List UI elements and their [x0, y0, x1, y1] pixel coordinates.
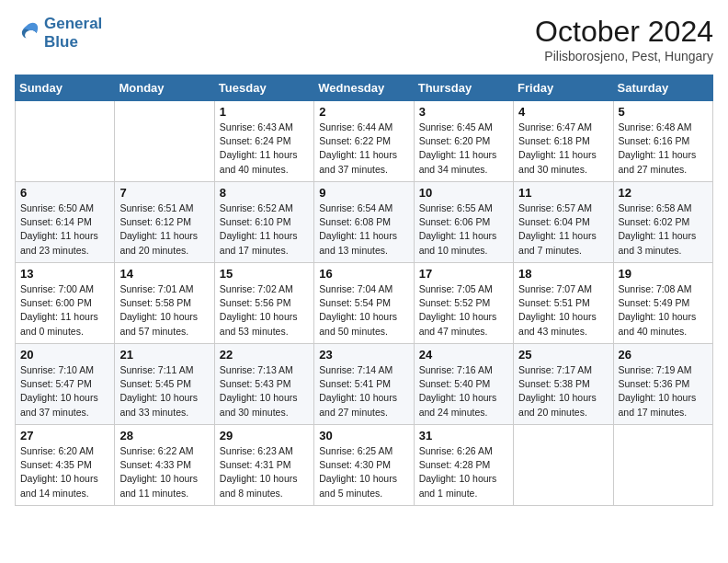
- calendar-cell: 23Sunrise: 7:14 AM Sunset: 5:41 PM Dayli…: [314, 344, 414, 425]
- day-info: Sunrise: 6:22 AM Sunset: 4:33 PM Dayligh…: [119, 444, 209, 500]
- calendar-cell: 18Sunrise: 7:07 AM Sunset: 5:51 PM Dayli…: [514, 263, 613, 344]
- calendar-cell: 14Sunrise: 7:01 AM Sunset: 5:58 PM Dayli…: [115, 263, 214, 344]
- logo-text: General Blue: [44, 15, 102, 52]
- calendar-cell: 4Sunrise: 6:47 AM Sunset: 6:18 PM Daylig…: [514, 101, 613, 182]
- day-number: 28: [119, 429, 209, 442]
- day-number: 8: [220, 186, 309, 200]
- day-number: 27: [20, 429, 109, 442]
- day-number: 14: [119, 267, 209, 281]
- month-title: October 2024: [535, 15, 713, 49]
- day-number: 4: [518, 105, 608, 119]
- day-info: Sunrise: 6:26 AM Sunset: 4:28 PM Dayligh…: [419, 444, 508, 500]
- weekday-header: Tuesday: [214, 75, 313, 101]
- calendar-cell: 16Sunrise: 7:04 AM Sunset: 5:54 PM Dayli…: [314, 263, 414, 344]
- location: Pilisborosjeno, Pest, Hungary: [535, 49, 713, 63]
- day-number: 11: [518, 186, 608, 200]
- day-info: Sunrise: 6:45 AM Sunset: 6:20 PM Dayligh…: [419, 121, 508, 177]
- day-number: 1: [220, 105, 309, 119]
- calendar-cell: 10Sunrise: 6:55 AM Sunset: 6:06 PM Dayli…: [414, 182, 513, 263]
- logo-bird-icon: [15, 20, 40, 46]
- day-info: Sunrise: 7:07 AM Sunset: 5:51 PM Dayligh…: [518, 282, 608, 339]
- day-number: 3: [419, 105, 508, 119]
- day-number: 24: [419, 348, 508, 362]
- calendar-cell: 12Sunrise: 6:58 AM Sunset: 6:02 PM Dayli…: [613, 182, 712, 263]
- calendar-cell: 6Sunrise: 6:50 AM Sunset: 6:14 PM Daylig…: [16, 182, 115, 263]
- calendar-cell: 20Sunrise: 7:10 AM Sunset: 5:47 PM Dayli…: [16, 344, 115, 425]
- day-info: Sunrise: 7:10 AM Sunset: 5:47 PM Dayligh…: [20, 363, 109, 419]
- day-info: Sunrise: 7:04 AM Sunset: 5:54 PM Dayligh…: [319, 282, 408, 339]
- day-info: Sunrise: 7:13 AM Sunset: 5:43 PM Dayligh…: [220, 363, 309, 419]
- calendar-cell: 5Sunrise: 6:48 AM Sunset: 6:16 PM Daylig…: [613, 101, 712, 182]
- day-info: Sunrise: 6:55 AM Sunset: 6:06 PM Dayligh…: [419, 201, 508, 258]
- day-info: Sunrise: 7:08 AM Sunset: 5:49 PM Dayligh…: [619, 282, 708, 339]
- calendar-cell: 11Sunrise: 6:57 AM Sunset: 6:04 PM Dayli…: [514, 182, 613, 263]
- calendar-cell: 17Sunrise: 7:05 AM Sunset: 5:52 PM Dayli…: [414, 263, 513, 344]
- logo: General Blue: [15, 15, 102, 52]
- day-info: Sunrise: 6:48 AM Sunset: 6:16 PM Dayligh…: [619, 121, 708, 177]
- calendar-cell: 15Sunrise: 7:02 AM Sunset: 5:56 PM Dayli…: [214, 263, 313, 344]
- calendar-cell: 13Sunrise: 7:00 AM Sunset: 6:00 PM Dayli…: [16, 263, 115, 344]
- day-number: 16: [319, 267, 408, 281]
- calendar-cell: [16, 101, 115, 182]
- day-info: Sunrise: 6:54 AM Sunset: 6:08 PM Dayligh…: [319, 201, 408, 258]
- day-info: Sunrise: 6:43 AM Sunset: 6:24 PM Dayligh…: [220, 121, 309, 177]
- calendar-cell: 7Sunrise: 6:51 AM Sunset: 6:12 PM Daylig…: [115, 182, 214, 263]
- day-info: Sunrise: 7:02 AM Sunset: 5:56 PM Dayligh…: [220, 282, 309, 339]
- day-info: Sunrise: 6:47 AM Sunset: 6:18 PM Dayligh…: [518, 121, 608, 177]
- calendar-cell: 1Sunrise: 6:43 AM Sunset: 6:24 PM Daylig…: [214, 101, 313, 182]
- day-number: 20: [20, 348, 109, 362]
- day-info: Sunrise: 7:17 AM Sunset: 5:38 PM Dayligh…: [518, 363, 608, 419]
- day-number: 29: [220, 429, 309, 442]
- day-number: 9: [319, 186, 408, 200]
- day-number: 5: [619, 105, 708, 119]
- day-info: Sunrise: 7:14 AM Sunset: 5:41 PM Dayligh…: [319, 363, 408, 419]
- day-number: 22: [220, 348, 309, 362]
- day-info: Sunrise: 7:16 AM Sunset: 5:40 PM Dayligh…: [419, 363, 508, 419]
- calendar-cell: 28Sunrise: 6:22 AM Sunset: 4:33 PM Dayli…: [115, 425, 214, 506]
- title-block: October 2024 Pilisborosjeno, Pest, Hunga…: [535, 15, 713, 63]
- day-info: Sunrise: 6:23 AM Sunset: 4:31 PM Dayligh…: [220, 444, 309, 500]
- calendar-cell: 8Sunrise: 6:52 AM Sunset: 6:10 PM Daylig…: [214, 182, 313, 263]
- day-number: 17: [419, 267, 508, 281]
- calendar-cell: 31Sunrise: 6:26 AM Sunset: 4:28 PM Dayli…: [414, 425, 513, 506]
- day-number: 26: [619, 348, 708, 362]
- calendar-cell: 29Sunrise: 6:23 AM Sunset: 4:31 PM Dayli…: [214, 425, 313, 506]
- day-number: 13: [20, 267, 109, 281]
- calendar-cell: 25Sunrise: 7:17 AM Sunset: 5:38 PM Dayli…: [514, 344, 613, 425]
- day-number: 15: [220, 267, 309, 281]
- weekday-header: Thursday: [414, 75, 513, 101]
- day-number: 21: [119, 348, 209, 362]
- day-info: Sunrise: 7:11 AM Sunset: 5:45 PM Dayligh…: [119, 363, 209, 419]
- day-info: Sunrise: 6:57 AM Sunset: 6:04 PM Dayligh…: [518, 201, 608, 258]
- calendar-cell: 3Sunrise: 6:45 AM Sunset: 6:20 PM Daylig…: [414, 101, 513, 182]
- day-number: 6: [20, 186, 109, 200]
- page-header: General Blue October 2024 Pilisborosjeno…: [15, 15, 713, 63]
- weekday-header: Sunday: [16, 75, 115, 101]
- day-number: 31: [419, 429, 508, 442]
- day-number: 25: [518, 348, 608, 362]
- day-number: 30: [319, 429, 408, 442]
- day-number: 2: [319, 105, 408, 119]
- day-info: Sunrise: 6:52 AM Sunset: 6:10 PM Dayligh…: [220, 201, 309, 258]
- weekday-header: Wednesday: [314, 75, 414, 101]
- weekday-header: Saturday: [613, 75, 712, 101]
- day-info: Sunrise: 6:44 AM Sunset: 6:22 PM Dayligh…: [319, 121, 408, 177]
- calendar-table: SundayMondayTuesdayWednesdayThursdayFrid…: [15, 75, 713, 506]
- day-number: 23: [319, 348, 408, 362]
- calendar-cell: 2Sunrise: 6:44 AM Sunset: 6:22 PM Daylig…: [314, 101, 414, 182]
- day-number: 10: [419, 186, 508, 200]
- calendar-cell: 19Sunrise: 7:08 AM Sunset: 5:49 PM Dayli…: [613, 263, 712, 344]
- day-info: Sunrise: 7:01 AM Sunset: 5:58 PM Dayligh…: [119, 282, 209, 339]
- calendar-cell: [613, 425, 712, 506]
- calendar-cell: 9Sunrise: 6:54 AM Sunset: 6:08 PM Daylig…: [314, 182, 414, 263]
- day-info: Sunrise: 7:19 AM Sunset: 5:36 PM Dayligh…: [619, 363, 708, 419]
- calendar-cell: [115, 101, 214, 182]
- day-number: 19: [619, 267, 708, 281]
- calendar-cell: 30Sunrise: 6:25 AM Sunset: 4:30 PM Dayli…: [314, 425, 414, 506]
- calendar-cell: 24Sunrise: 7:16 AM Sunset: 5:40 PM Dayli…: [414, 344, 513, 425]
- calendar-cell: [514, 425, 613, 506]
- day-info: Sunrise: 6:20 AM Sunset: 4:35 PM Dayligh…: [20, 444, 109, 500]
- calendar-cell: 21Sunrise: 7:11 AM Sunset: 5:45 PM Dayli…: [115, 344, 214, 425]
- day-info: Sunrise: 7:05 AM Sunset: 5:52 PM Dayligh…: [419, 282, 508, 339]
- calendar-cell: 22Sunrise: 7:13 AM Sunset: 5:43 PM Dayli…: [214, 344, 313, 425]
